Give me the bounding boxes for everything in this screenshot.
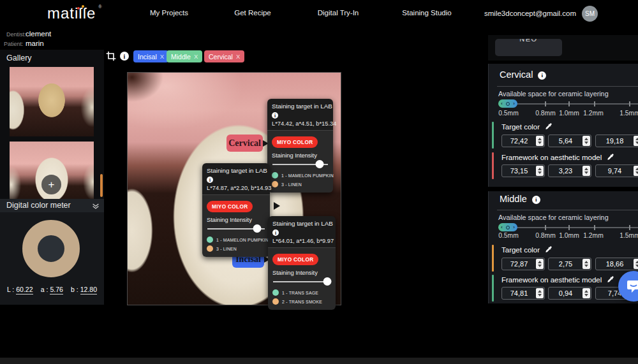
marker-middle-pointer-icon[interactable]	[274, 202, 280, 210]
chevron-down-icon[interactable]	[91, 201, 100, 213]
logo-text: matiſſe	[47, 4, 96, 22]
info-icon[interactable]: i	[538, 71, 546, 80]
ceramic-space-slider[interactable]: ‹›	[498, 223, 638, 232]
lab-values: L*64.01, a*1.46, b*9.97	[272, 238, 331, 244]
lab-values: L*74.87, a*2.20, b*14.93	[207, 185, 265, 191]
info-icon[interactable]: i	[120, 52, 129, 61]
info-icon[interactable]: i	[272, 229, 279, 236]
value-input[interactable]	[549, 260, 582, 268]
lab-input-a[interactable]	[548, 287, 591, 300]
accent-bar	[492, 122, 494, 149]
close-icon[interactable]: X	[236, 53, 240, 60]
swatch-label: 1 - TRANS SAGE	[282, 291, 318, 295]
tag-cervical[interactable]: Cervical X	[204, 50, 244, 62]
lab-input-b[interactable]	[595, 135, 638, 147]
intensity-slider[interactable]	[272, 160, 328, 169]
ceramic-space-slider[interactable]: ‹›	[498, 99, 638, 108]
slider-knob[interactable]	[253, 224, 262, 233]
miyo-color-button[interactable]: MIYO COLOR	[207, 201, 253, 212]
stepper-icon[interactable]	[582, 259, 590, 269]
eyedropper-icon[interactable]	[544, 247, 553, 255]
stepper-icon[interactable]	[634, 259, 638, 269]
lab-input-b[interactable]	[595, 258, 638, 270]
stepper-icon[interactable]	[582, 288, 590, 298]
value-input[interactable]	[502, 289, 536, 297]
lab-input-a[interactable]	[548, 258, 591, 270]
app-logo[interactable]: matiſſe ®	[47, 4, 96, 22]
intensity-label: Staining Intensity	[272, 152, 329, 159]
stepper-icon[interactable]	[582, 136, 590, 146]
swatch-label: 3 - LINEN	[281, 182, 302, 187]
a-label: a :	[41, 286, 48, 293]
nav-my-projects[interactable]: My Projects	[150, 9, 188, 17]
slider-knob[interactable]	[323, 277, 331, 286]
patient-name: marin	[26, 40, 44, 47]
stepper-icon[interactable]	[536, 259, 544, 269]
chat-icon	[626, 279, 638, 294]
stepper-icon[interactable]	[536, 166, 544, 176]
lab-input-l[interactable]	[501, 287, 545, 300]
intensity-slider[interactable]	[273, 277, 330, 286]
lab-input-l[interactable]	[501, 135, 545, 147]
lab-input-a[interactable]	[548, 135, 591, 147]
swatch-color-icon	[272, 298, 279, 305]
info-icon[interactable]: i	[532, 196, 540, 204]
intensity-slider[interactable]	[207, 224, 265, 233]
avatar[interactable]: SM	[582, 6, 598, 22]
stepper-icon[interactable]	[536, 136, 544, 146]
popup-title: Staining target in LAB	[272, 220, 331, 227]
value-input[interactable]	[596, 260, 634, 268]
stepper-icon[interactable]	[582, 166, 590, 176]
b-label: b :	[71, 286, 78, 293]
eyedropper-icon[interactable]	[606, 277, 614, 285]
value-input[interactable]	[549, 167, 582, 175]
accent-bar	[492, 152, 494, 179]
slider-handle[interactable]: ‹›	[498, 99, 517, 108]
popup-body: MIYO COLOR Staining Intensity 1 - TRANS …	[268, 248, 336, 310]
crop-icon[interactable]	[106, 51, 117, 62]
lab-input-l[interactable]	[501, 258, 545, 270]
close-icon[interactable]: X	[194, 53, 198, 60]
value-input[interactable]	[502, 137, 536, 145]
lab-input-l[interactable]	[501, 164, 545, 177]
value-input[interactable]	[549, 137, 582, 145]
value-input[interactable]	[502, 260, 536, 268]
lab-input-a[interactable]	[548, 164, 591, 177]
add-photo-button[interactable]: +	[41, 175, 61, 194]
slider-knob[interactable]	[315, 160, 323, 168]
value-input[interactable]	[596, 167, 634, 175]
value-input[interactable]	[596, 137, 634, 145]
gallery-scrollbar[interactable]	[100, 174, 103, 197]
accent-bar	[492, 275, 494, 302]
close-icon[interactable]: X	[160, 53, 164, 60]
tick-label: 1.2mm	[583, 232, 603, 239]
neo-button[interactable]: NEO	[495, 39, 562, 56]
account-email[interactable]: smile3dconcept@gmail.com	[484, 10, 576, 17]
layer-settings-panel: NEO Cervicali Available space for cerami…	[488, 35, 638, 303]
slider-handle[interactable]: ‹›	[498, 223, 517, 231]
miyo-color-button[interactable]: MIYO COLOR	[272, 254, 318, 265]
marker-cervical[interactable]: Cervical	[226, 135, 263, 152]
lab-input-b[interactable]	[595, 164, 638, 177]
nav-digital-try-in[interactable]: Digital Try-In	[318, 9, 359, 17]
stepper-icon[interactable]	[634, 166, 638, 176]
info-icon[interactable]: i	[272, 112, 278, 119]
tag-incisal[interactable]: Incisal X	[133, 50, 168, 62]
app-window: matiſſe ® My Projects Get Recipe Digital…	[0, 0, 638, 364]
gallery-thumbnail-prepared-tooth[interactable]	[10, 67, 94, 136]
l-label: L :	[7, 286, 14, 293]
miyo-color-button[interactable]: MIYO COLOR	[272, 136, 318, 148]
eyedropper-icon[interactable]	[606, 155, 614, 163]
stepper-icon[interactable]	[634, 136, 638, 146]
stepper-icon[interactable]	[536, 288, 544, 298]
value-input[interactable]	[502, 167, 536, 175]
color-meter-title: Digital color meter	[6, 201, 71, 210]
tag-middle[interactable]: Middle X	[167, 50, 202, 62]
eyedropper-icon[interactable]	[544, 124, 553, 132]
slider-tick	[568, 101, 570, 106]
color-sample-ring	[22, 220, 80, 277]
value-input[interactable]	[549, 289, 582, 297]
info-icon[interactable]: i	[207, 177, 213, 183]
nav-staining-studio[interactable]: Staining Studio	[402, 9, 451, 17]
nav-get-recipe[interactable]: Get Recipe	[234, 9, 271, 17]
